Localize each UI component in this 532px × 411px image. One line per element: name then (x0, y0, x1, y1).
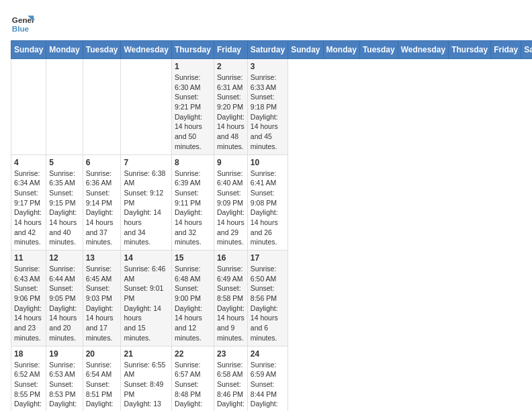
header-wednesday: Wednesday (121, 41, 171, 59)
cell-info: Sunrise: 6:38 AMSunset: 9:12 PMDaylight:… (124, 169, 165, 246)
day-number: 24 (251, 349, 285, 359)
cell-info: Sunrise: 6:41 AMSunset: 9:08 PMDaylight:… (251, 169, 278, 246)
col-header-monday: Monday (323, 41, 359, 59)
cell-info: Sunrise: 6:31 AMSunset: 9:20 PMDaylight:… (217, 73, 245, 150)
calendar-cell: 8Sunrise: 6:39 AMSunset: 9:11 PMDaylight… (171, 154, 214, 250)
cell-info: Sunrise: 6:48 AMSunset: 9:00 PMDaylight:… (175, 265, 202, 342)
cell-info: Sunrise: 6:46 AMSunset: 9:01 PMDaylight:… (124, 265, 165, 342)
header-thursday: Thursday (171, 41, 214, 59)
day-number: 7 (124, 158, 168, 167)
cell-info: Sunrise: 6:50 AMSunset: 8:56 PMDaylight:… (251, 265, 278, 342)
calendar-cell: 20Sunrise: 6:54 AMSunset: 8:51 PMDayligh… (83, 346, 121, 411)
header-monday: Monday (46, 41, 83, 59)
day-number: 13 (86, 253, 118, 263)
day-number: 23 (217, 349, 245, 359)
calendar-cell: 24Sunrise: 6:59 AMSunset: 8:44 PMDayligh… (247, 346, 287, 411)
day-number: 15 (175, 253, 211, 263)
day-number: 10 (251, 158, 285, 167)
svg-text:Blue: Blue (12, 24, 30, 33)
calendar-week-4: 18Sunrise: 6:52 AMSunset: 8:55 PMDayligh… (11, 346, 533, 411)
calendar-cell: 19Sunrise: 6:53 AMSunset: 8:53 PMDayligh… (46, 346, 83, 411)
cell-info: Sunrise: 6:54 AMSunset: 8:51 PMDaylight:… (86, 361, 114, 412)
col-header-friday: Friday (491, 41, 521, 59)
col-header-sunday: Sunday (288, 41, 323, 59)
day-number: 18 (14, 349, 43, 359)
calendar-cell: 1Sunrise: 6:30 AMSunset: 9:21 PMDaylight… (171, 59, 214, 155)
calendar-header-row: SundayMondayTuesdayWednesdayThursdayFrid… (11, 41, 533, 59)
day-number: 1 (175, 62, 211, 71)
calendar-cell: 6Sunrise: 6:36 AMSunset: 9:14 PMDaylight… (83, 154, 121, 250)
cell-info: Sunrise: 6:43 AMSunset: 9:06 PMDaylight:… (14, 265, 42, 342)
calendar-cell: 21Sunrise: 6:55 AMSunset: 8:49 PMDayligh… (121, 346, 171, 411)
header: General Blue (11, 11, 521, 35)
calendar-cell: 23Sunrise: 6:58 AMSunset: 8:46 PMDayligh… (214, 346, 247, 411)
calendar-cell: 5Sunrise: 6:35 AMSunset: 9:15 PMDaylight… (46, 154, 83, 250)
cell-info: Sunrise: 6:53 AMSunset: 8:53 PMDaylight:… (49, 361, 77, 412)
day-number: 4 (14, 158, 43, 167)
calendar-cell: 12Sunrise: 6:44 AMSunset: 9:05 PMDayligh… (46, 250, 83, 347)
calendar-cell: 17Sunrise: 6:50 AMSunset: 8:56 PMDayligh… (247, 250, 287, 347)
day-number: 14 (124, 253, 168, 263)
day-number: 22 (175, 349, 211, 359)
header-friday: Friday (214, 41, 247, 59)
day-number: 20 (86, 349, 118, 359)
day-number: 3 (251, 62, 285, 71)
calendar-cell: 13Sunrise: 6:45 AMSunset: 9:03 PMDayligh… (83, 250, 121, 347)
cell-info: Sunrise: 6:34 AMSunset: 9:17 PMDaylight:… (14, 169, 42, 246)
calendar-cell (46, 59, 83, 155)
day-number: 16 (217, 253, 245, 263)
col-header-tuesday: Tuesday (359, 41, 398, 59)
calendar-cell: 2Sunrise: 6:31 AMSunset: 9:20 PMDaylight… (214, 59, 247, 155)
cell-info: Sunrise: 6:39 AMSunset: 9:11 PMDaylight:… (175, 169, 202, 246)
day-number: 11 (14, 253, 43, 263)
day-number: 5 (49, 158, 79, 167)
calendar-cell: 14Sunrise: 6:46 AMSunset: 9:01 PMDayligh… (121, 250, 171, 347)
header-saturday: Saturday (247, 41, 287, 59)
calendar-cell: 18Sunrise: 6:52 AMSunset: 8:55 PMDayligh… (11, 346, 46, 411)
day-number: 6 (86, 158, 118, 167)
logo: General Blue (11, 11, 35, 35)
cell-info: Sunrise: 6:55 AMSunset: 8:49 PMDaylight:… (124, 361, 165, 412)
calendar-cell: 16Sunrise: 6:49 AMSunset: 8:58 PMDayligh… (214, 250, 247, 347)
calendar-cell (121, 59, 171, 155)
day-number: 8 (175, 158, 211, 167)
col-header-wednesday: Wednesday (398, 41, 448, 59)
calendar-cell: 9Sunrise: 6:40 AMSunset: 9:09 PMDaylight… (214, 154, 247, 250)
calendar-week-2: 4Sunrise: 6:34 AMSunset: 9:17 PMDaylight… (11, 154, 533, 250)
calendar-cell: 3Sunrise: 6:33 AMSunset: 9:18 PMDaylight… (247, 59, 287, 155)
header-tuesday: Tuesday (83, 41, 121, 59)
cell-info: Sunrise: 6:59 AMSunset: 8:44 PMDaylight:… (251, 361, 278, 412)
calendar-cell: 10Sunrise: 6:41 AMSunset: 9:08 PMDayligh… (247, 154, 287, 250)
calendar-table: SundayMondayTuesdayWednesdayThursdayFrid… (11, 40, 532, 411)
calendar-cell (11, 59, 46, 155)
cell-info: Sunrise: 6:40 AMSunset: 9:09 PMDaylight:… (217, 169, 245, 246)
logo-icon: General Blue (11, 11, 35, 35)
calendar-week-1: 1Sunrise: 6:30 AMSunset: 9:21 PMDaylight… (11, 59, 533, 155)
cell-info: Sunrise: 6:35 AMSunset: 9:15 PMDaylight:… (49, 169, 77, 246)
cell-info: Sunrise: 6:30 AMSunset: 9:21 PMDaylight:… (175, 73, 202, 150)
day-number: 21 (124, 349, 168, 359)
day-number: 12 (49, 253, 79, 263)
calendar-cell: 7Sunrise: 6:38 AMSunset: 9:12 PMDaylight… (121, 154, 171, 250)
calendar-cell: 15Sunrise: 6:48 AMSunset: 9:00 PMDayligh… (171, 250, 214, 347)
header-sunday: Sunday (11, 41, 46, 59)
day-number: 19 (49, 349, 79, 359)
calendar-cell: 4Sunrise: 6:34 AMSunset: 9:17 PMDaylight… (11, 154, 46, 250)
cell-info: Sunrise: 6:57 AMSunset: 8:48 PMDaylight:… (175, 361, 202, 412)
day-number: 17 (251, 253, 285, 263)
col-header-saturday: Saturday (521, 41, 532, 59)
cell-info: Sunrise: 6:33 AMSunset: 9:18 PMDaylight:… (251, 73, 278, 150)
col-header-thursday: Thursday (449, 41, 491, 59)
calendar-cell (83, 59, 121, 155)
calendar-cell: 22Sunrise: 6:57 AMSunset: 8:48 PMDayligh… (171, 346, 214, 411)
cell-info: Sunrise: 6:45 AMSunset: 9:03 PMDaylight:… (86, 265, 114, 342)
cell-info: Sunrise: 6:36 AMSunset: 9:14 PMDaylight:… (86, 169, 114, 246)
cell-info: Sunrise: 6:52 AMSunset: 8:55 PMDaylight:… (14, 361, 42, 412)
calendar-cell: 11Sunrise: 6:43 AMSunset: 9:06 PMDayligh… (11, 250, 46, 347)
day-number: 2 (217, 62, 245, 71)
cell-info: Sunrise: 6:44 AMSunset: 9:05 PMDaylight:… (49, 265, 77, 342)
cell-info: Sunrise: 6:49 AMSunset: 8:58 PMDaylight:… (217, 265, 245, 342)
cell-info: Sunrise: 6:58 AMSunset: 8:46 PMDaylight:… (217, 361, 245, 412)
day-number: 9 (217, 158, 245, 167)
calendar-week-3: 11Sunrise: 6:43 AMSunset: 9:06 PMDayligh… (11, 250, 533, 347)
